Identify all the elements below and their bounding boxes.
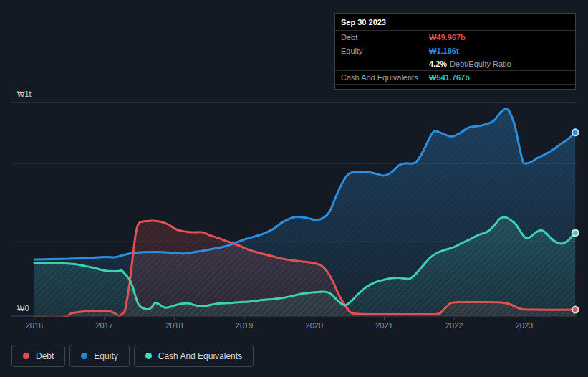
tooltip-equity-row: Equity ₩1.186t	[335, 44, 575, 57]
tooltip-equity-label: Equity	[341, 47, 429, 55]
x-tick-label: 2022	[445, 321, 463, 330]
debt-series-dot-icon	[23, 353, 29, 359]
legend-item-debt[interactable]: Debt	[11, 345, 65, 367]
x-tick-label: 2018	[165, 321, 183, 330]
legend-item-equity-label: Equity	[94, 351, 117, 361]
endpoint-dot-debt[interactable]	[572, 307, 579, 313]
tooltip-equity-value: ₩1.186t	[429, 47, 459, 55]
equity-series-dot-icon	[81, 353, 87, 359]
tooltip-ratio-text: 4.2%Debt/Equity Ratio	[429, 59, 511, 68]
x-tick-label: 2016	[26, 321, 43, 330]
x-tick-label: 2023	[516, 321, 533, 330]
chart-legend: Debt Equity Cash And Equivalents	[11, 345, 254, 367]
endpoint-dot-cash-and-equivalents[interactable]	[572, 229, 579, 236]
tooltip-date: Sep 30 2023	[335, 14, 575, 31]
cash-series-dot-icon	[145, 353, 152, 359]
debt-equity-history-panel: 20162017201820192020202120222023 ₩1t ₩0 …	[0, 0, 588, 377]
legend-item-cash[interactable]: Cash And Equivalents	[134, 345, 254, 367]
tooltip-ratio-label: Debt/Equity Ratio	[450, 59, 511, 68]
tooltip-cash-row: Cash And Equivalents ₩541.767b	[335, 71, 575, 85]
legend-item-debt-label: Debt	[36, 351, 54, 361]
x-tick-label: 2017	[95, 321, 112, 330]
x-tick-label: 2019	[236, 321, 253, 330]
tooltip-debt-value: ₩49.967b	[429, 33, 466, 42]
tooltip-debt-label: Debt	[341, 33, 429, 42]
tooltip-cash-label: Cash And Equivalents	[341, 73, 429, 82]
legend-item-equity[interactable]: Equity	[69, 345, 129, 367]
tooltip-bottom-padding	[335, 85, 575, 89]
chart-tooltip: Sep 30 2023 Debt ₩49.967b Equity ₩1.186t…	[334, 13, 576, 90]
tooltip-ratio-value: 4.2%	[429, 59, 447, 68]
tooltip-cash-value: ₩541.767b	[429, 73, 470, 82]
plot-area	[34, 109, 575, 318]
y-axis-zero-label: ₩0	[17, 305, 29, 312]
legend-item-cash-label: Cash And Equivalents	[158, 351, 242, 361]
x-tick-label: 2021	[375, 321, 392, 330]
tooltip-debt-row: Debt ₩49.967b	[335, 31, 575, 44]
x-tick-label: 2020	[306, 321, 323, 330]
tooltip-ratio-row: 4.2%Debt/Equity Ratio	[335, 57, 575, 71]
endpoint-dot-equity[interactable]	[572, 129, 579, 135]
y-axis-max-label: ₩1t	[17, 90, 32, 98]
